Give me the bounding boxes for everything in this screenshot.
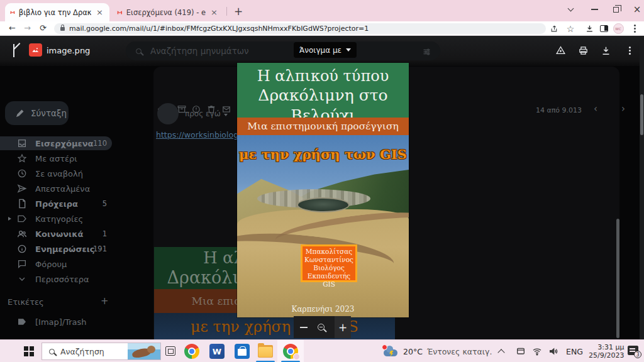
sidebar-item-label: Κοινωνικά (35, 229, 83, 239)
sidebar-item-doc: Πρόχειρα5 (0, 197, 112, 211)
browser-scrollbar[interactable] (640, 36, 644, 339)
windows-taskbar: Αναζήτηση W 20°C Έντονες καταιγ. ENG (0, 339, 644, 362)
sidebar-item-label: Πρόχειρα (35, 199, 78, 209)
doc-icon (17, 199, 27, 209)
forum-icon (17, 259, 27, 269)
forward-icon[interactable]: → (24, 23, 31, 33)
viewer-back-icon[interactable] (11, 44, 23, 55)
email-scrollbar[interactable] (616, 219, 619, 338)
sidebar-item-label: Σε αναβολή (35, 169, 83, 178)
viewer-more-icon[interactable] (623, 43, 636, 57)
attachment-filename: image.png (47, 46, 90, 55)
gmail-search-bar: Αναζήτηση μηνυμάτων (126, 41, 440, 60)
weather-alert-badge (382, 344, 387, 350)
sidebar-item-label: Περισσότερα (35, 275, 89, 284)
reload-icon[interactable]: ⟳ (40, 23, 47, 33)
sidebar-item-count: 110 (93, 139, 107, 148)
window-minimize-button[interactable] (584, 0, 605, 19)
browser-tab-2[interactable]: Εισερχόμενα (419) - evriti.megal × (112, 3, 224, 21)
print-icon[interactable] (576, 43, 590, 57)
volume-icon[interactable] (548, 340, 558, 362)
pencil-icon (15, 109, 25, 118)
embedded-cover-tagline: με την χρήση των GIS (154, 318, 395, 336)
browser-menu-icon[interactable] (629, 23, 640, 34)
start-button[interactable] (24, 346, 34, 356)
zoom-out-icon[interactable] (300, 327, 308, 328)
open-with-button[interactable]: Άνοιγμα με (294, 42, 357, 58)
clock-time: 3:31 μμ (589, 343, 624, 351)
sidebar-item-label: Απεσταλμένα (35, 184, 90, 194)
sidebar-item-forum: Φόρουμ (0, 257, 112, 271)
tab-close-icon[interactable]: × (209, 8, 219, 17)
lock-icon (60, 27, 65, 31)
cover-subtitle-band: Μια επιστημονική προσέγγιση (237, 118, 409, 135)
window-restore-button[interactable] (605, 0, 626, 19)
sidebar-item-chevdown: Περισσότερα (0, 272, 112, 286)
browser-titlebar: βιβλιο για την Δρακόλιμνη στο Β × Εισερχ… (0, 0, 644, 21)
add-to-drive-icon[interactable] (553, 43, 567, 57)
author-line: Κωνσταντίνος (303, 256, 355, 264)
weather-widget[interactable]: 20°C Έντονες καταιγ. (384, 340, 492, 362)
back-icon[interactable]: ← (9, 23, 16, 33)
sidebar-item-label: Φόρουμ (35, 260, 67, 269)
inbox-icon (17, 138, 27, 148)
storm-cloud-icon (384, 349, 397, 356)
sidebar-item-label: Κατηγορίες (35, 214, 83, 224)
zoom-level-icon[interactable] (318, 324, 325, 331)
search-highlight-image[interactable] (128, 343, 160, 359)
task-view-button[interactable] (165, 346, 175, 356)
omnibox[interactable]: mail.google.com/mail/u/1/#inbox/FMfcgzGt… (54, 23, 546, 34)
tab-title: βιβλιο για την Δρακόλιμνη στο Β (19, 8, 91, 17)
bookmark-star-icon[interactable]: ☆ (565, 23, 576, 34)
sidebar-item-inbox: Εισερχόμενα110 (0, 136, 112, 150)
add-label-icon: + (101, 295, 109, 307)
chevron-down-icon (346, 48, 351, 52)
search-placeholder: Αναζήτηση μηνυμάτων (150, 46, 249, 56)
tray-expand-chevron[interactable] (499, 340, 504, 362)
taskbar-search-box[interactable]: Αναζήτηση (42, 343, 161, 360)
author-line: Βιολόγος (303, 264, 355, 272)
cover-title-band: Η αλπικού τύπου Δρακόλιμνη στο Βελούχι (237, 63, 409, 118)
file-explorer-taskbar-icon[interactable] (258, 344, 273, 359)
sidebar-item-label: Εισερχόμενα (35, 139, 94, 148)
clock-date: 25/9/2023 (589, 351, 624, 359)
profile-avatar[interactable]: WC (613, 23, 624, 34)
wifi-icon[interactable] (532, 340, 542, 362)
browser-tab-1[interactable]: βιβλιο για την Δρακόλιμνη στο Β × (5, 3, 109, 21)
gmail-favicon-icon (10, 8, 15, 16)
sidebar-item-people: Κοινωνικά1 (0, 227, 112, 241)
zoom-in-icon[interactable]: + (335, 316, 351, 338)
taskbar-clock[interactable]: 3:31 μμ 25/9/2023 (589, 340, 624, 362)
notification-center-button[interactable]: 3 (628, 346, 638, 355)
window-profile-chevron[interactable] (560, 0, 581, 19)
viewer-header: Αναζήτηση μηνυμάτων image.png Άνοιγμα με (0, 36, 644, 66)
chrome-active-taskbar-icon[interactable] (283, 344, 298, 359)
author-line: Εκπαιδευτής GIS (303, 272, 355, 288)
chrome-taskbar-icon[interactable] (184, 344, 199, 359)
attachment-preview-image: Η αλπικού τύπου Δρακόλιμνη στο Βελούχι Μ… (237, 63, 409, 317)
cover-tagline: με την χρήση των GIS (237, 146, 409, 162)
taskbar-search-placeholder: Αναζήτηση (60, 347, 104, 356)
language-indicator[interactable]: ENG (566, 340, 583, 362)
share-icon[interactable] (548, 23, 560, 34)
download-icon[interactable] (584, 23, 595, 34)
viewer-download-icon[interactable] (599, 43, 613, 57)
gmail-sidebar: Σύνταξη Εισερχόμενα110Με αστέριΣε αναβολ… (0, 66, 153, 339)
sender-avatar (157, 103, 179, 124)
author-line: Μπακολίτσας (303, 248, 355, 256)
label-name: [Imap]/Trash (35, 317, 87, 327)
pagination-label: 14 από 9.013 (536, 106, 582, 114)
new-tab-button[interactable]: + (231, 5, 245, 18)
store-taskbar-icon[interactable] (235, 344, 250, 359)
search-filter-icon (422, 47, 431, 57)
side-panel-icon[interactable] (598, 23, 609, 34)
send-icon (17, 184, 27, 194)
tab-close-icon[interactable]: × (95, 8, 104, 17)
sidebar-item-clock: Σε αναβολή (0, 167, 112, 180)
search-icon (49, 349, 55, 354)
word-taskbar-icon[interactable]: W (209, 344, 225, 359)
sidebar-item-count: 1 (103, 229, 107, 238)
tray-window-icon[interactable] (516, 340, 526, 362)
people-icon (17, 229, 27, 239)
window-close-button[interactable]: × (626, 0, 644, 19)
